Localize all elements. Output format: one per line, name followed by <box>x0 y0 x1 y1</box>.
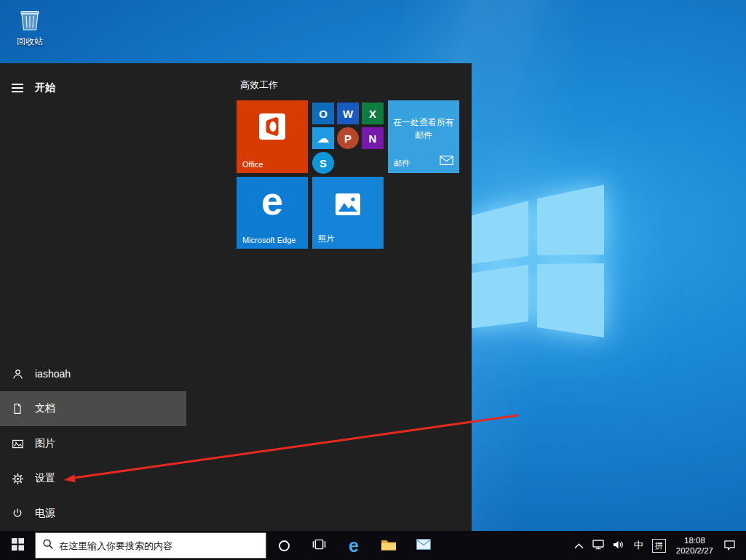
office-icon <box>258 112 287 144</box>
sidebar-settings-label: 设置 <box>35 472 55 485</box>
windows-logo-icon <box>12 538 24 553</box>
gear-icon <box>0 473 35 485</box>
sidebar-item-documents[interactable]: 文档 <box>0 391 186 426</box>
mail-tile-text: 在一处查看所有 邮件 <box>388 116 459 142</box>
hamburger-menu-icon[interactable] <box>0 73 35 103</box>
start-menu: 开始 iashoah 文档 <box>0 63 472 531</box>
recycle-bin-label: 回收站 <box>10 36 49 48</box>
search-input[interactable] <box>59 540 259 551</box>
cortana-icon <box>279 540 290 551</box>
tile-edge-label: Microsoft Edge <box>242 236 295 244</box>
tile-outlook[interactable]: O <box>312 103 334 124</box>
tile-mail[interactable]: 在一处查看所有 邮件 邮件 <box>388 100 459 173</box>
onenote-icon: N <box>369 132 377 145</box>
windows-desktop-screen: 回收站 开始 iashoah <box>0 0 746 560</box>
recycle-bin-icon <box>15 22 44 34</box>
tile-word[interactable]: W <box>337 103 359 124</box>
windows-wallpaper-logo-icon <box>464 183 610 347</box>
tile-excel[interactable]: X <box>362 103 384 124</box>
sidebar-item-settings[interactable]: 设置 <box>0 461 186 496</box>
clock-date: 2020/2/27 <box>676 545 713 556</box>
start-menu-header: 开始 <box>0 73 186 103</box>
powerpoint-icon: P <box>344 132 352 145</box>
sidebar-pictures-label: 图片 <box>35 437 55 450</box>
start-menu-title: 开始 <box>35 81 55 95</box>
start-button[interactable] <box>0 531 35 560</box>
onedrive-cloud-icon: ☁ <box>317 131 330 146</box>
tile-photos-label: 照片 <box>318 233 334 244</box>
tray-show-hidden-icons-button[interactable] <box>570 531 588 560</box>
mail-envelope-icon <box>440 155 453 168</box>
tile-microsoft-edge[interactable]: e Microsoft Edge <box>237 177 308 249</box>
start-menu-sidebar: iashoah 文档 <box>0 356 186 531</box>
document-icon <box>0 403 35 415</box>
network-icon <box>592 539 604 552</box>
excel-icon: X <box>369 108 376 120</box>
tile-photos[interactable]: 照片 <box>312 177 384 249</box>
notification-bubble-icon <box>723 539 736 553</box>
cortana-button[interactable] <box>266 531 301 560</box>
tile-powerpoint[interactable]: P <box>337 127 359 149</box>
taskbar: e <box>0 531 746 560</box>
system-tray: 中 拼 18:08 2020/2/27 <box>570 531 746 560</box>
tile-onenote[interactable]: N <box>362 127 384 149</box>
edge-taskbar-button[interactable]: e <box>336 531 371 560</box>
taskbar-clock[interactable]: 18:08 2020/2/27 <box>670 535 719 556</box>
mail-envelope-icon <box>416 539 431 552</box>
power-icon <box>0 508 35 519</box>
tile-office[interactable]: Office <box>237 100 308 173</box>
task-view-button[interactable] <box>301 531 336 560</box>
photos-icon <box>335 193 361 219</box>
tile-onedrive[interactable]: ☁ <box>312 127 334 149</box>
edge-icon: e <box>349 537 359 555</box>
sidebar-documents-label: 文档 <box>35 402 55 415</box>
action-center-button[interactable] <box>719 531 740 560</box>
sidebar-item-user[interactable]: iashoah <box>0 356 186 391</box>
recycle-bin-desktop-icon[interactable]: 回收站 <box>10 6 49 48</box>
ime-language-indicator[interactable]: 中 <box>630 531 648 560</box>
picture-icon <box>0 438 35 450</box>
tile-skype[interactable]: S <box>312 152 334 174</box>
sidebar-user-label: iashoah <box>35 368 71 380</box>
folder-icon <box>381 538 397 553</box>
edge-icon: e <box>237 178 308 223</box>
tile-office-label: Office <box>242 160 263 169</box>
mail-taskbar-button[interactable] <box>406 531 441 560</box>
speaker-icon <box>613 540 625 552</box>
sidebar-item-power[interactable]: 电源 <box>0 496 186 531</box>
sidebar-item-pictures[interactable]: 图片 <box>0 426 186 461</box>
sidebar-power-label: 电源 <box>35 507 55 520</box>
outlook-icon: O <box>319 108 328 120</box>
tile-group-title: 高效工作 <box>240 79 278 92</box>
ime-mode-indicator[interactable]: 拼 <box>648 531 670 560</box>
word-icon: W <box>343 108 353 120</box>
search-icon <box>42 538 54 553</box>
tile-mail-label: 邮件 <box>394 158 410 169</box>
taskbar-search-box[interactable] <box>35 532 266 559</box>
file-explorer-button[interactable] <box>371 531 406 560</box>
skype-icon: S <box>320 157 327 169</box>
clock-time: 18:08 <box>676 535 713 545</box>
chevron-up-icon <box>574 540 584 551</box>
task-view-icon <box>312 538 327 553</box>
volume-button[interactable] <box>608 531 630 560</box>
tile-office-apps-group: O W X ☁ P N S <box>312 100 384 173</box>
user-icon <box>0 368 35 380</box>
network-status-button[interactable] <box>588 531 608 560</box>
